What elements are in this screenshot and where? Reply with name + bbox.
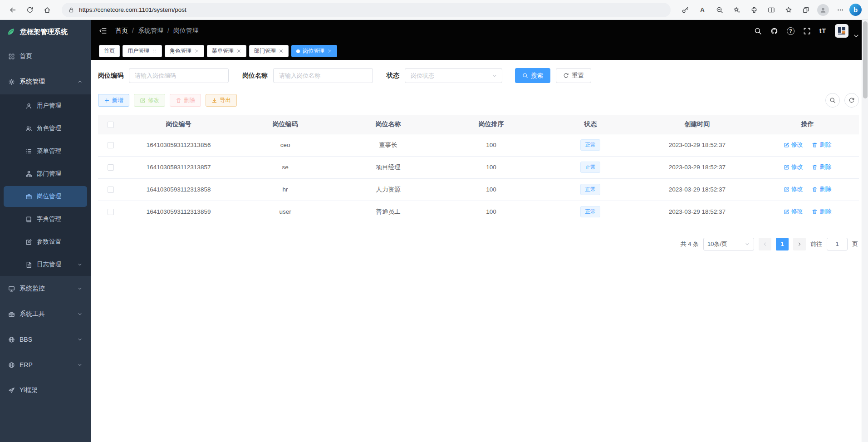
gear-icon: [8, 79, 15, 85]
edit-icon: [784, 142, 790, 148]
sidebar-item-role-mgmt[interactable]: 角色管理: [0, 117, 91, 140]
fullscreen-button[interactable]: [803, 27, 811, 35]
column-post-id: 岗位编号: [123, 115, 234, 134]
sidebar-item-dept-mgmt[interactable]: 部门管理: [0, 162, 91, 185]
row-edit-link[interactable]: 修改: [784, 141, 803, 149]
browser-menu-button[interactable]: [832, 2, 848, 18]
next-page-button[interactable]: [793, 238, 806, 250]
row-edit-link[interactable]: 修改: [784, 163, 803, 171]
search-icon: [829, 97, 836, 103]
row-delete-link[interactable]: 删除: [812, 163, 831, 171]
page-size-select[interactable]: 10条/页: [703, 238, 754, 250]
close-icon[interactable]: [236, 49, 241, 54]
post-name-input[interactable]: [273, 68, 373, 83]
tab-dept-mgmt[interactable]: 部门管理: [249, 45, 289, 57]
sidebar-item-post-mgmt[interactable]: 岗位管理: [4, 186, 87, 207]
sidebar-item-bbs[interactable]: BBS: [0, 327, 91, 352]
add-favorite-button[interactable]: [729, 2, 745, 18]
row-checkbox[interactable]: [108, 164, 114, 171]
zoom-button[interactable]: [711, 2, 728, 18]
sidebar-item-home[interactable]: 首页: [0, 44, 91, 69]
page-scrollbar[interactable]: [862, 20, 868, 442]
row-delete-link[interactable]: 删除: [812, 185, 831, 193]
browser-refresh-button[interactable]: [22, 2, 38, 18]
app-logo[interactable]: 意框架管理系统: [0, 20, 91, 44]
export-button[interactable]: 导出: [206, 94, 237, 107]
row-delete-link[interactable]: 删除: [812, 141, 831, 149]
tab-bar: 首页 用户管理 角色管理 菜单管理 部门管理 岗位管理: [91, 42, 868, 60]
scrollbar-thumb[interactable]: [863, 21, 868, 98]
tab-menu-mgmt[interactable]: 菜单管理: [207, 45, 246, 57]
prev-page-button[interactable]: [759, 238, 771, 250]
chevron-down-icon[interactable]: [853, 32, 860, 39]
font-size-button[interactable]: tT: [819, 27, 826, 34]
select-all-checkbox[interactable]: [108, 122, 114, 128]
sidebar-item-system-tools[interactable]: 系统工具: [0, 301, 91, 327]
page-1-button[interactable]: 1: [776, 238, 789, 250]
tab-home[interactable]: 首页: [99, 45, 120, 57]
user-avatar[interactable]: [835, 24, 848, 38]
refresh-table-button[interactable]: [844, 93, 859, 108]
search-button[interactable]: 搜索: [515, 68, 550, 83]
row-delete-label: 删除: [819, 141, 831, 149]
collections-button[interactable]: [798, 2, 814, 18]
chevron-left-icon: [762, 241, 768, 247]
tab-user-mgmt[interactable]: 用户管理: [123, 45, 162, 57]
toggle-search-button[interactable]: [825, 93, 840, 108]
sidebar-collapse-button[interactable]: [99, 27, 107, 35]
sidebar-item-erp[interactable]: ERP: [0, 352, 91, 378]
row-edit-link[interactable]: 修改: [784, 185, 803, 193]
favorites-button[interactable]: [780, 2, 797, 18]
row-delete-label: 删除: [819, 185, 831, 193]
sidebar-item-param-settings[interactable]: 参数设置: [0, 231, 91, 253]
sidebar-item-user-mgmt[interactable]: 用户管理: [0, 94, 91, 117]
cell-post-id: 1641030593112313856: [123, 134, 234, 156]
close-icon[interactable]: [327, 49, 332, 54]
tab-post-mgmt[interactable]: 岗位管理: [291, 45, 337, 57]
bing-copilot-button[interactable]: b: [849, 4, 862, 16]
sidebar-item-log-mgmt[interactable]: 日志管理: [0, 253, 91, 276]
post-code-input[interactable]: [129, 68, 229, 83]
address-bar[interactable]: https://ccnetcore.com:1101/system/post: [62, 3, 671, 17]
close-icon[interactable]: [152, 49, 157, 54]
sidebar-item-label: 菜单管理: [37, 147, 61, 155]
close-icon[interactable]: [279, 49, 284, 54]
tab-role-mgmt[interactable]: 角色管理: [165, 45, 204, 57]
extensions-button[interactable]: [746, 2, 762, 18]
sidebar-item-dict-mgmt[interactable]: 字典管理: [0, 208, 91, 231]
chevron-down-icon: [492, 73, 497, 79]
password-key-button[interactable]: [677, 2, 693, 18]
header-search-button[interactable]: [754, 27, 762, 35]
browser-profile-button[interactable]: [815, 2, 831, 18]
sidebar-item-system-monitor[interactable]: 系统监控: [0, 276, 91, 301]
sidebar-item-menu-mgmt[interactable]: 菜单管理: [0, 140, 91, 162]
add-button[interactable]: 新增: [98, 94, 129, 107]
row-delete-link[interactable]: 删除: [812, 207, 831, 216]
row-checkbox[interactable]: [108, 187, 114, 193]
sidebar-item-system-mgmt[interactable]: 系统管理: [0, 69, 91, 94]
status-select[interactable]: 岗位状态: [405, 68, 502, 83]
delete-button[interactable]: 删除: [170, 94, 201, 107]
sidebar-item-yi-framework[interactable]: Yi框架: [0, 378, 91, 403]
row-checkbox[interactable]: [108, 209, 114, 215]
read-aloud-button[interactable]: A: [694, 2, 711, 18]
status-badge: 正常: [580, 184, 600, 195]
row-checkbox[interactable]: [108, 142, 114, 148]
browser-home-button[interactable]: [39, 2, 55, 18]
post-name-label: 岗位名称: [242, 72, 268, 80]
back-icon: [9, 6, 16, 14]
browser-back-button[interactable]: [5, 2, 21, 18]
github-button[interactable]: [770, 27, 778, 35]
close-icon[interactable]: [194, 49, 199, 54]
help-button[interactable]: ?: [787, 27, 794, 35]
goto-page-input[interactable]: [827, 238, 848, 250]
reset-button[interactable]: 重置: [556, 68, 591, 83]
sidebar-item-label: 系统工具: [20, 310, 45, 318]
column-status: 状态: [543, 115, 638, 134]
row-edit-link[interactable]: 修改: [784, 207, 803, 216]
add-button-label: 新增: [112, 97, 123, 104]
edit-button[interactable]: 修改: [134, 94, 165, 107]
split-screen-button[interactable]: [763, 2, 780, 18]
book-icon: [25, 216, 32, 223]
breadcrumb-home[interactable]: 首页: [115, 27, 128, 35]
